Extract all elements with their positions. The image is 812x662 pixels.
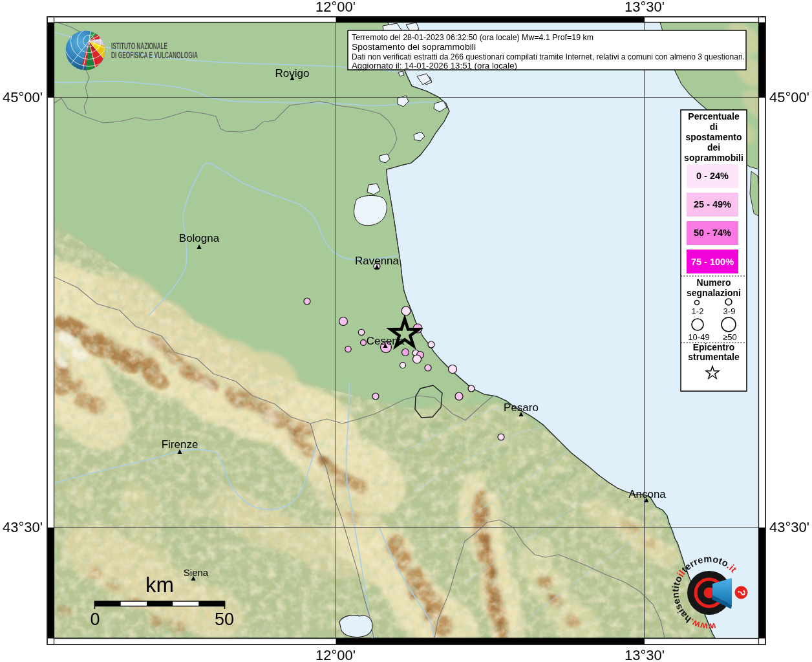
svg-text:Terremoto del 28-01-2023 06:32: Terremoto del 28-01-2023 06:32:50 (ora l…	[352, 33, 593, 42]
svg-text:45°00': 45°00'	[769, 89, 809, 105]
svg-text:75 - 100%: 75 - 100%	[691, 257, 734, 267]
svg-text:43°30': 43°30'	[769, 519, 809, 535]
svg-text:DI GEOFISICA E VULCANOLOGIA: DI GEOFISICA E VULCANOLOGIA	[111, 49, 198, 60]
svg-text:Bologna: Bologna	[179, 232, 220, 244]
svg-text:segnalazioni: segnalazioni	[687, 288, 741, 298]
svg-text:Ancona: Ancona	[628, 488, 666, 500]
svg-text:di: di	[710, 122, 718, 132]
svg-text:0: 0	[90, 610, 100, 629]
svg-text:43°30': 43°30'	[3, 519, 43, 535]
svg-text:25 - 49%: 25 - 49%	[694, 199, 731, 209]
svg-text:km: km	[145, 573, 174, 597]
svg-text:Spostamento dei soprammobili: Spostamento dei soprammobili	[352, 43, 476, 52]
svg-text:Percentuale: Percentuale	[688, 111, 740, 122]
svg-text:Aggiornato il: 14-01-2026 13:5: Aggiornato il: 14-01-2026 13:51 (ora loc…	[352, 61, 517, 70]
svg-text:50 - 74%: 50 - 74%	[694, 228, 731, 238]
svg-text:soprammobili: soprammobili	[684, 153, 743, 163]
svg-text:3-9: 3-9	[723, 306, 736, 316]
svg-text:12°00': 12°00'	[315, 647, 356, 662]
svg-text:13°30': 13°30'	[625, 647, 665, 662]
svg-text:≥50: ≥50	[723, 332, 737, 342]
svg-text:13°30': 13°30'	[625, 0, 665, 15]
svg-text:Firenze: Firenze	[162, 438, 198, 451]
svg-text:0 - 24%: 0 - 24%	[696, 171, 729, 181]
svg-text:50: 50	[215, 610, 234, 629]
svg-text:Epicentro: Epicentro	[693, 342, 735, 352]
svg-text:Numero: Numero	[697, 277, 731, 288]
svg-text:strumentale: strumentale	[688, 352, 740, 362]
svg-text:dei: dei	[707, 142, 720, 153]
svg-text:Siena: Siena	[184, 567, 209, 578]
svg-text:12°00': 12°00'	[315, 0, 356, 15]
svg-text:10-49: 10-49	[688, 332, 709, 342]
svg-text:45°00': 45°00'	[3, 89, 43, 105]
svg-text:Dati non verificati estratti d: Dati non verificati estratti da 266 ques…	[352, 52, 745, 61]
svg-text:1-2: 1-2	[692, 306, 704, 316]
svg-text:spostamento: spostamento	[685, 132, 742, 142]
